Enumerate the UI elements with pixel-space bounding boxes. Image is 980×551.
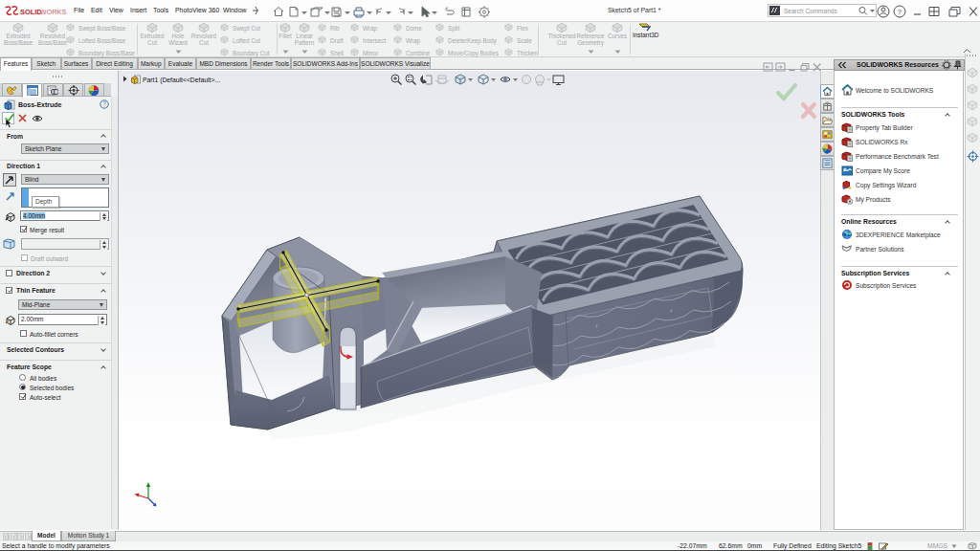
svg-text:WORKS: WORKS [40,8,67,16]
svg-text:?: ? [898,8,902,16]
svg-text:?: ? [102,100,106,107]
